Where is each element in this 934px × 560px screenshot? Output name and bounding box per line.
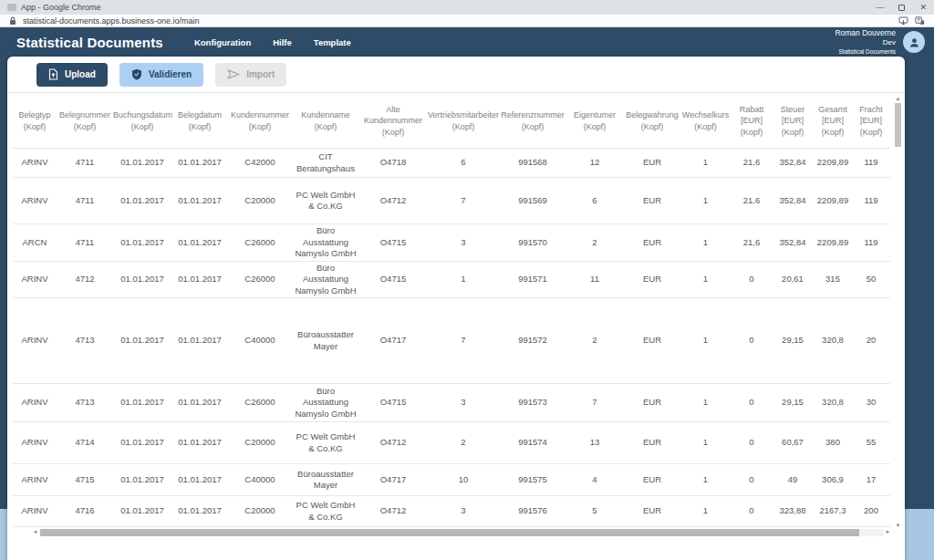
install-app-icon[interactable] xyxy=(898,16,908,26)
column-header: Steuer [EUR] (Kopf) xyxy=(773,104,813,139)
column-header: Vertriebsmitarbeiter (Kopf) xyxy=(427,109,500,132)
import-button[interactable]: Import xyxy=(215,63,286,87)
table-cell: 7 xyxy=(427,195,500,206)
table-cell: 4714 xyxy=(57,437,113,448)
table-cell: 991573 xyxy=(500,397,566,408)
minimize-button-icon[interactable]: — xyxy=(876,4,884,12)
column-header: Gesamt [EUR] (Kopf) xyxy=(813,104,853,139)
table-cell: 60,67 xyxy=(773,437,813,448)
address-bar[interactable]: statistical-documents.apps.business-one.… xyxy=(23,16,892,26)
table-cell: ARINV xyxy=(13,157,57,168)
table-cell: 2 xyxy=(427,437,500,448)
close-button-icon[interactable]: ✕ xyxy=(919,4,927,12)
table-cell: 01.01.2017 xyxy=(113,195,171,206)
table-cell: C26000 xyxy=(228,237,292,248)
import-button-label: Import xyxy=(246,69,275,79)
table-cell: 320,8 xyxy=(813,335,853,346)
table-cell: EUR xyxy=(624,195,680,206)
column-header: Kundenname (Kopf) xyxy=(292,109,359,132)
table-cell: EUR xyxy=(624,237,680,248)
table-row[interactable]: ARINV471501.01.201701.01.2017C40000Büroa… xyxy=(13,464,890,496)
table-cell: 17 xyxy=(853,474,889,485)
column-header: Buchungsdatum (Kopf) xyxy=(113,109,171,132)
table-cell: 1 xyxy=(680,274,731,285)
table-cell: 1 xyxy=(427,274,500,285)
column-header: Belegdatum (Kopf) xyxy=(171,109,228,132)
column-header: Belegtyp (Kopf) xyxy=(13,109,57,132)
table-row[interactable]: ARINV471301.01.201701.01.2017C26000Büro … xyxy=(13,384,890,422)
scroll-right-icon[interactable]: ► xyxy=(884,528,892,536)
table-cell: 01.01.2017 xyxy=(113,397,171,408)
column-header: Alte Kundennummer (Kopf) xyxy=(359,104,427,139)
table-cell: 4713 xyxy=(57,335,113,346)
table-row[interactable]: ARINV471201.01.201701.01.2017C26000Büro … xyxy=(13,262,890,298)
avatar[interactable] xyxy=(903,31,925,53)
horizontal-scrollbar-thumb[interactable] xyxy=(40,529,859,536)
table-cell: 200 xyxy=(853,505,889,516)
table-cell: 3 xyxy=(427,237,500,248)
table-cell: 991575 xyxy=(500,474,566,485)
table-header-row: Belegtyp (Kopf)Belegnummer (Kopf)Buchung… xyxy=(13,94,890,149)
validate-button[interactable]: Validieren xyxy=(119,63,203,87)
menu-item-template[interactable]: Template xyxy=(314,37,351,47)
horizontal-scrollbar-track[interactable] xyxy=(39,529,884,536)
table-cell: 11 xyxy=(566,274,624,285)
column-header: Referenznummer (Kopf) xyxy=(500,109,566,132)
menu-item-konfiguration[interactable]: Konfiguration xyxy=(194,37,251,47)
table-cell: 4711 xyxy=(57,195,113,206)
table-row[interactable]: ARINV471401.01.201701.01.2017C20000PC We… xyxy=(13,422,890,464)
table-row[interactable]: ARCN471101.01.201701.01.2017C26000Büro A… xyxy=(13,224,890,262)
table-cell: 6 xyxy=(566,195,624,206)
vertical-scrollbar[interactable]: ▲ ▼ xyxy=(894,95,902,529)
user-info: Roman Douverne Dev Statistical Documents xyxy=(835,28,896,56)
table-row[interactable]: ARINV471101.01.201701.01.2017C42000CIT B… xyxy=(13,149,890,178)
table-cell: C42000 xyxy=(228,157,292,168)
table-row[interactable]: ARINV471101.01.201701.01.2017C20000PC We… xyxy=(13,178,890,224)
table-cell: C40000 xyxy=(228,474,292,485)
table-cell: ARINV xyxy=(13,397,57,408)
scroll-up-icon[interactable]: ▲ xyxy=(896,95,901,102)
table-cell: C20000 xyxy=(228,505,292,516)
table-cell: 0 xyxy=(731,437,773,448)
table-cell: Büroausstatter Mayer xyxy=(292,469,359,492)
table-cell: 2167,3 xyxy=(813,505,853,516)
menu-item-hilfe[interactable]: Hilfe xyxy=(273,37,292,47)
table-cell: 380 xyxy=(813,437,853,448)
table-cell: EUR xyxy=(624,274,680,285)
table-cell: O4718 xyxy=(359,157,427,168)
vertical-scrollbar-thumb[interactable] xyxy=(895,103,901,147)
scroll-down-icon[interactable]: ▼ xyxy=(896,522,901,529)
table-cell: 4 xyxy=(566,474,624,485)
upload-button[interactable]: Upload xyxy=(36,63,108,87)
table-cell: 991570 xyxy=(500,237,566,248)
scroll-left-icon[interactable]: ◄ xyxy=(31,528,39,536)
table-cell: 1 xyxy=(680,195,731,206)
table-cell: 1 xyxy=(680,237,731,248)
table-cell: Büro Ausstattung Namyslo GmbH xyxy=(292,386,359,420)
table-cell: 30 xyxy=(853,397,889,408)
window-title: App - Google Chrome xyxy=(21,3,101,12)
user-app-label: Statistical Documents xyxy=(835,48,896,56)
table-cell: ARINV xyxy=(13,195,57,206)
translate-icon[interactable] xyxy=(915,16,925,26)
table-cell: 7 xyxy=(427,335,500,346)
table-row[interactable]: ARINV471601.01.201701.01.2017C20000PC We… xyxy=(13,496,890,527)
lock-icon xyxy=(9,16,16,26)
table-cell: 3 xyxy=(427,505,500,516)
table-cell: 4711 xyxy=(57,157,113,168)
column-header: Rabatt [EUR] (Kopf) xyxy=(731,104,773,139)
table-cell: ARINV xyxy=(13,437,57,448)
table-cell: 315 xyxy=(813,274,853,285)
table-cell: 2209,89 xyxy=(813,195,853,206)
table-cell: 323,88 xyxy=(773,505,813,516)
upload-file-icon xyxy=(48,68,58,80)
table-cell: 991571 xyxy=(500,274,566,285)
column-header: Eigentumer (Kopf) xyxy=(566,109,624,132)
table-row[interactable]: ARINV471301.01.201701.01.2017C40000Büroa… xyxy=(13,298,890,384)
table-cell: 12 xyxy=(566,157,624,168)
maximize-button-icon[interactable] xyxy=(898,5,905,11)
table-cell: 20 xyxy=(853,335,889,346)
horizontal-scrollbar[interactable]: ◄ ► xyxy=(31,528,892,536)
table-cell: 352,84 xyxy=(773,237,813,248)
table-cell: PC Welt GmbH & Co.KG xyxy=(292,500,359,523)
